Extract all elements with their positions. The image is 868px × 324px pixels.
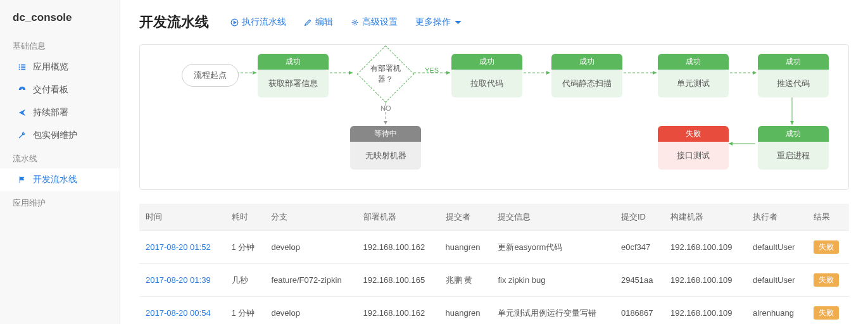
th-msg: 提交信息 — [491, 204, 615, 231]
advanced-button[interactable]: 高级设置 — [351, 16, 398, 28]
cell-result: 失败 — [807, 264, 849, 297]
stage-fetch[interactable]: 成功获取部署信息 — [258, 54, 329, 97]
more-label: 更多操作 — [415, 16, 451, 28]
history-table: 时间耗时分支部署机器提交者提交信息提交ID构建机器执行者结果 2017-08-2… — [139, 204, 849, 324]
toolbar: 执行流水线 编辑 高级设置 更多操作 — [230, 16, 462, 28]
play-icon — [230, 18, 239, 27]
cell-deploy: 192.168.100.162 — [357, 297, 439, 325]
cell-executor: alrenhuang — [746, 297, 807, 325]
sidebar-item-label: 包实例维护 — [33, 130, 77, 141]
cell-result: 失败 — [807, 297, 849, 325]
cell-time[interactable]: 2017-08-20 01:39 — [139, 264, 225, 297]
cell-commit: 0186867 — [615, 297, 664, 325]
th-deploy: 部署机器 — [357, 204, 439, 231]
stage-pull[interactable]: 成功拉取代码 — [451, 54, 522, 97]
start-label: 流程起点 — [182, 64, 239, 87]
th-builder: 构建机器 — [664, 204, 746, 231]
stage-wait[interactable]: 等待中无映射机器 — [350, 126, 421, 170]
table-row: 2017-08-20 00:54 1 分钟 develop 192.168.10… — [139, 297, 849, 325]
sidebar-item-label: 开发流水线 — [33, 174, 77, 185]
stage-status: 成功 — [551, 54, 622, 70]
cell-result: 失败 — [807, 231, 849, 264]
sidebar-item[interactable]: 开发流水线 — [0, 168, 120, 191]
sidebar-item[interactable]: 交付看板 — [0, 78, 120, 101]
table-row: 2017-08-20 01:52 1 分钟 develop 192.168.10… — [139, 231, 849, 264]
cell-executor: defaultUser — [746, 231, 807, 264]
sidebar-item[interactable]: 应用概览 — [0, 56, 120, 78]
th-result: 结果 — [807, 204, 849, 231]
stage-restart[interactable]: 成功重启进程 — [758, 126, 829, 170]
sidebar-item[interactable]: 持续部署 — [0, 101, 120, 124]
stage-unit[interactable]: 成功单元测试 — [658, 54, 729, 97]
result-badge: 失败 — [814, 306, 839, 320]
sidebar-section-label: 应用维护 — [0, 191, 120, 213]
cell-time[interactable]: 2017-08-20 01:52 — [139, 231, 225, 264]
sidebar: dc_console 基础信息应用概览交付看板持续部署包实例维护流水线开发流水线… — [0, 0, 120, 324]
sidebar-section-label: 流水线 — [0, 147, 120, 168]
stage-name: 单元测试 — [658, 70, 729, 97]
edit-icon — [304, 18, 312, 27]
stage-push[interactable]: 成功推送代码 — [758, 54, 829, 97]
sidebar-item[interactable]: 包实例维护 — [0, 124, 120, 147]
sidebar-item-label: 持续部署 — [33, 107, 68, 118]
edit-button[interactable]: 编辑 — [304, 16, 333, 28]
cell-builder: 192.168.100.109 — [664, 264, 746, 297]
th-branch: 分支 — [265, 204, 356, 231]
cell-msg: 更新easyorm代码 — [491, 231, 615, 264]
th-duration: 耗时 — [225, 204, 265, 231]
svg-rect-0 — [19, 65, 20, 66]
cell-deploy: 192.168.100.165 — [357, 264, 439, 297]
yes-label: YES — [425, 66, 439, 74]
table-row: 2017-08-20 01:39 几秒 feature/F072-zipkin … — [139, 264, 849, 297]
stage-status: 成功 — [658, 54, 729, 70]
svg-rect-1 — [21, 65, 25, 66]
th-time: 时间 — [139, 204, 225, 231]
app-name: dc_console — [0, 11, 120, 34]
stage-api[interactable]: 失败接口测试 — [658, 126, 729, 170]
cell-branch: feature/F072-zipkin — [265, 264, 356, 297]
cell-duration: 1 分钟 — [225, 297, 265, 325]
sidebar-item-label: 交付看板 — [33, 84, 68, 96]
cell-time[interactable]: 2017-08-20 00:54 — [139, 297, 225, 325]
stage-name: 接口测试 — [658, 142, 729, 170]
sidebar-section-label: 基础信息 — [0, 34, 120, 56]
cell-duration: 1 分钟 — [225, 231, 265, 264]
stage-scan[interactable]: 成功代码静态扫描 — [551, 54, 622, 97]
cell-committer: huangren — [439, 297, 492, 325]
gear-icon — [351, 18, 359, 27]
stage-name: 获取部署信息 — [258, 70, 329, 97]
stage-status: 成功 — [758, 126, 829, 142]
cell-committer: huangren — [439, 231, 492, 264]
more-actions-button[interactable]: 更多操作 — [415, 16, 462, 28]
th-executor: 执行者 — [746, 204, 807, 231]
sidebar-item-label: 应用概览 — [33, 61, 68, 73]
plane-icon — [18, 108, 27, 117]
stage-name: 拉取代码 — [451, 70, 522, 97]
run-label: 执行流水线 — [242, 16, 286, 28]
th-committer: 提交者 — [439, 204, 492, 231]
page-header: 开发流水线 执行流水线 编辑 高级设置 更多操作 — [139, 13, 849, 32]
result-badge: 失败 — [814, 240, 839, 254]
svg-rect-3 — [21, 66, 25, 68]
cell-deploy: 192.168.100.162 — [357, 231, 439, 264]
svg-rect-4 — [19, 69, 20, 70]
cell-committer: 兆鹏 黄 — [439, 264, 492, 297]
caret-down-icon — [454, 18, 462, 27]
svg-rect-2 — [19, 66, 20, 68]
cell-executor: defaultUser — [746, 264, 807, 297]
stage-status: 失败 — [658, 126, 729, 142]
run-pipeline-button[interactable]: 执行流水线 — [230, 16, 286, 28]
th-commit: 提交ID — [615, 204, 664, 231]
stage-status: 成功 — [451, 54, 522, 70]
dashboard-icon — [18, 85, 27, 94]
cell-builder: 192.168.100.109 — [664, 297, 746, 325]
wrench-icon — [18, 131, 27, 140]
cell-duration: 几秒 — [225, 264, 265, 297]
pipeline-start: 流程起点 — [182, 64, 239, 87]
result-badge: 失败 — [814, 273, 839, 287]
stage-status: 成功 — [258, 54, 329, 70]
stage-name: 代码静态扫描 — [551, 70, 622, 97]
cell-builder: 192.168.100.109 — [664, 231, 746, 264]
advanced-label: 高级设置 — [362, 16, 398, 28]
edit-label: 编辑 — [315, 16, 333, 28]
